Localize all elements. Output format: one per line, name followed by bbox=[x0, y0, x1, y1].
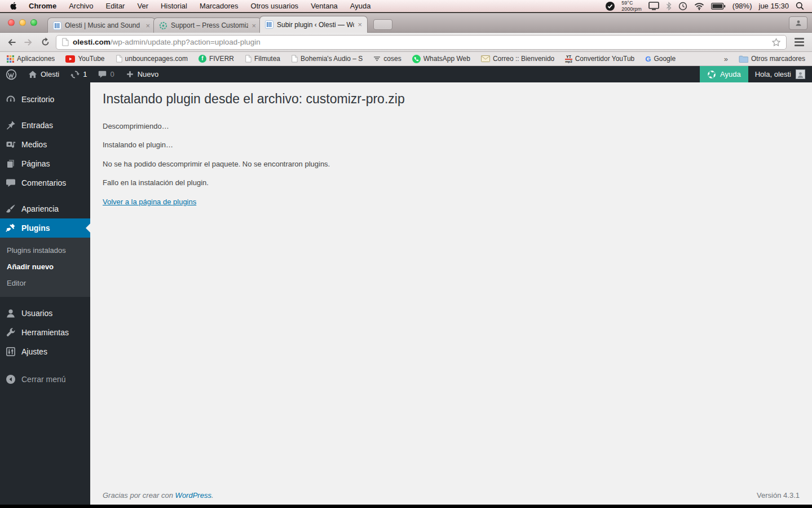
display-icon[interactable] bbox=[648, 2, 659, 10]
update-icon bbox=[70, 70, 80, 79]
whatsapp-icon bbox=[412, 55, 421, 63]
tab-support-customizr[interactable]: Support – Press Customizr × bbox=[153, 17, 262, 33]
chrome-tabstrip: Olesti | Music and Sound × Support – Pre… bbox=[0, 13, 812, 33]
tab-close-icon[interactable]: × bbox=[358, 21, 362, 28]
page-icon bbox=[291, 55, 298, 63]
tab-title: Support – Press Customizr bbox=[171, 21, 248, 29]
back-to-plugins-link[interactable]: Volver a la página de plugins bbox=[103, 198, 196, 206]
wordpress-link[interactable]: WordPress bbox=[175, 491, 211, 500]
menubar-item-editar[interactable]: Editar bbox=[100, 2, 130, 10]
person-icon bbox=[795, 19, 802, 27]
wrench-icon bbox=[5, 327, 16, 338]
comment-count: 0 bbox=[110, 70, 114, 78]
comments-icon bbox=[5, 177, 16, 189]
sidebar-item-plugins[interactable]: Plugins bbox=[0, 218, 90, 238]
submenu-editor[interactable]: Editor bbox=[0, 275, 90, 291]
sidebar-item-entradas[interactable]: Entradas bbox=[0, 116, 90, 135]
life-ring-icon bbox=[707, 70, 716, 79]
browser-profile-button[interactable] bbox=[789, 16, 807, 30]
menubar-app-name[interactable]: Chrome bbox=[23, 2, 62, 10]
settings-icon bbox=[5, 346, 16, 357]
sidebar-item-escritorio[interactable]: Escritorio bbox=[0, 90, 90, 109]
bookmark-otros-marcadores[interactable]: Otros marcadores bbox=[739, 55, 805, 63]
footer-thanks: Gracias por crear con WordPress. bbox=[103, 491, 214, 500]
sidebar-item-usuarios[interactable]: Usuarios bbox=[0, 304, 90, 323]
dashboard-icon bbox=[5, 94, 16, 105]
sidebar-item-medios[interactable]: Medios bbox=[0, 135, 90, 154]
bookmark-convertidor-youtube[interactable]: YTmp3 Convertidor YouTub bbox=[565, 55, 634, 63]
home-icon bbox=[28, 70, 37, 79]
plugins-submenu: Plugins instalados Añadir nuevo Editor bbox=[0, 238, 90, 297]
tab-title: Olesti | Music and Sound bbox=[65, 21, 142, 29]
close-window-button[interactable] bbox=[8, 19, 15, 26]
reload-button[interactable] bbox=[39, 36, 51, 49]
sidebar-separator bbox=[0, 192, 90, 199]
bookmark-unbouncepages[interactable]: unbouncepages.com bbox=[116, 55, 188, 63]
pin-icon bbox=[5, 120, 16, 131]
menubar-item-otros-usuarios[interactable]: Otros usuarios bbox=[245, 2, 304, 10]
temperature-fan-status[interactable]: 59°C 2000rpm bbox=[621, 0, 642, 12]
check-circle-icon[interactable] bbox=[606, 2, 615, 11]
wifi-icon[interactable] bbox=[694, 2, 704, 10]
apple-icon[interactable] bbox=[6, 2, 22, 10]
sidebar-item-comentarios[interactable]: Comentarios bbox=[0, 173, 90, 192]
comments-indicator[interactable]: 0 bbox=[92, 66, 120, 82]
update-count: 1 bbox=[83, 70, 87, 78]
bookmark-filmutea[interactable]: Filmutea bbox=[245, 55, 280, 63]
bookmarks-overflow-chevron[interactable]: » bbox=[724, 55, 728, 63]
bookmark-fiverr[interactable]: f FIVERR bbox=[198, 55, 234, 63]
time-machine-icon[interactable] bbox=[678, 2, 687, 11]
address-bar[interactable]: olesti.com/wp-admin/update.php?action=up… bbox=[56, 35, 787, 50]
menubar-clock[interactable]: jue 15:30 bbox=[759, 2, 789, 10]
visit-site-link[interactable]: Olesti bbox=[23, 66, 65, 82]
url-path: /wp-admin/update.php?action=upload-plugi… bbox=[111, 38, 261, 46]
tab-subir-plugin-active[interactable]: Subir plugin ‹ Olesti — Wor × bbox=[259, 16, 368, 33]
person-icon bbox=[797, 71, 804, 78]
account-menu[interactable]: Hola, olesti bbox=[748, 66, 812, 82]
bluetooth-icon[interactable] bbox=[666, 2, 672, 11]
collapse-menu-button[interactable]: Cerrar menú bbox=[0, 370, 90, 389]
menubar-item-ayuda[interactable]: Ayuda bbox=[345, 2, 377, 10]
tab-close-icon[interactable]: × bbox=[251, 22, 256, 29]
bookmarks-bar: Aplicaciones YouTube unbouncepages.com f… bbox=[0, 52, 812, 66]
chrome-menu-icon[interactable] bbox=[791, 36, 807, 49]
sidebar-item-apariencia[interactable]: Apariencia bbox=[0, 199, 90, 218]
menubar-item-marcadores[interactable]: Marcadores bbox=[194, 2, 244, 10]
forward-button[interactable] bbox=[22, 36, 34, 49]
sidebar-item-ajustes[interactable]: Ajustes bbox=[0, 342, 90, 361]
stripes-favicon bbox=[265, 20, 273, 29]
back-button[interactable] bbox=[5, 36, 17, 49]
status-message-installing: Instalando el plugin… bbox=[103, 139, 801, 151]
minimize-window-button[interactable] bbox=[19, 19, 26, 26]
menubar-item-ver[interactable]: Ver bbox=[131, 2, 154, 10]
tab-close-icon[interactable]: × bbox=[145, 22, 150, 29]
bookmark-bohemias-audio[interactable]: Bohemia's Audio – S bbox=[291, 55, 363, 63]
battery-icon[interactable] bbox=[711, 3, 726, 10]
menubar-item-archivo[interactable]: Archivo bbox=[63, 2, 99, 10]
sidebar-item-herramientas[interactable]: Herramientas bbox=[0, 323, 90, 342]
wp-logo-menu[interactable] bbox=[0, 66, 23, 82]
submenu-anadir-nuevo[interactable]: Añadir nuevo bbox=[0, 259, 90, 275]
zoom-window-button[interactable] bbox=[30, 19, 37, 26]
menubar-item-historial[interactable]: Historial bbox=[155, 2, 193, 10]
help-button[interactable]: Ayuda bbox=[700, 66, 748, 82]
new-tab-button[interactable] bbox=[373, 19, 392, 30]
tab-olesti-music[interactable]: Olesti | Music and Sound × bbox=[47, 17, 156, 33]
sidebar-item-paginas[interactable]: Páginas bbox=[0, 154, 90, 173]
bookmark-aplicaciones[interactable]: Aplicaciones bbox=[7, 55, 55, 63]
bookmark-star-icon[interactable] bbox=[771, 38, 781, 47]
menubar-status-area: 59°C 2000rpm (98%) jue 15:30 bbox=[606, 0, 806, 12]
new-content-menu[interactable]: Nuevo bbox=[120, 66, 165, 82]
spotlight-icon[interactable] bbox=[796, 2, 804, 10]
menubar-menus: Chrome Archivo Editar Ver Historial Marc… bbox=[6, 2, 376, 10]
bookmark-google[interactable]: G Google bbox=[645, 55, 676, 63]
submenu-plugins-instalados[interactable]: Plugins instalados bbox=[0, 242, 90, 259]
bookmark-whatsapp-web[interactable]: WhatsApp Web bbox=[412, 55, 470, 63]
wordpress-admin-page: Olesti 1 0 Nuevo Ayuda Hola, olesti bbox=[0, 66, 812, 505]
bookmark-correo[interactable]: Correo :: Bienvenido bbox=[481, 55, 554, 63]
updates-indicator[interactable]: 1 bbox=[65, 66, 92, 82]
menubar-item-ventana[interactable]: Ventana bbox=[305, 2, 343, 10]
bookmark-coses[interactable]: coses bbox=[373, 55, 401, 63]
filter-icon bbox=[373, 55, 381, 62]
bookmark-youtube[interactable]: YouTube bbox=[65, 55, 104, 63]
